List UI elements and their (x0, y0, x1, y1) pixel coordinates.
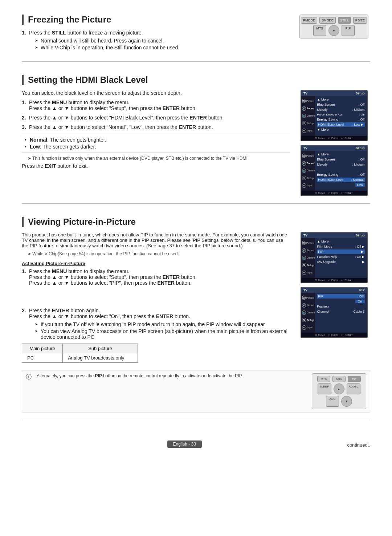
hdmi-text: You can select the black level on the sc… (22, 90, 290, 196)
hdmi-step-2: Press the ▲ or ▼ buttons to select "HDMI… (22, 115, 290, 121)
tv-header-1: TV Setup (301, 91, 367, 96)
footer-badge: English - 30 (167, 440, 202, 448)
freezing-steps: Press the STILL button to freeze a movin… (22, 30, 290, 50)
section-pip: Viewing Picture-in-Picture This product … (22, 217, 370, 420)
tv-row-bluescreen: Blue Screen: Off (317, 102, 365, 107)
remote2-image: MTS SRS PIP SLEEP ▲ ADDEL ADU ▼ (312, 373, 366, 409)
mts-btn: MTS (313, 25, 326, 36)
tv-title-right-1: Setup (355, 92, 364, 95)
pip-step-1: Press the MENU button to display the men… (22, 268, 290, 286)
setup-icon-4: ⚙ (302, 318, 306, 322)
tv-title-left-3: TV (303, 234, 308, 237)
picture-icon-3: 🖼 (302, 241, 306, 245)
tv-row4-spacer2 (317, 320, 365, 324)
tv-row-hdmi1: HDMI Black Level: Low ▶ (317, 122, 365, 127)
tv-nav-sound-3: 🔊 Sound (302, 248, 314, 253)
pip-subsection-title: Activating Picture-in-Picture (22, 261, 290, 266)
section-hdmi: Setting the HDMI Black Level You can sel… (22, 75, 370, 204)
tv-content-3: ▲ More Film Mode: Off ▶ PIP▶ Function He… (315, 238, 367, 278)
remote2-mid: SLEEP ▲ ADDEL (318, 383, 360, 394)
pip-table: Main picture Sub picture PC Analog TV br… (22, 344, 138, 363)
tv-title-right-3: Setup (355, 234, 364, 237)
picture-icon-2: 🖼 (302, 154, 306, 158)
nav-circle: ▼ (328, 25, 339, 36)
remote-bottom-row: MTS ▼ PIP (313, 25, 355, 36)
nav-up: ▲ (334, 383, 344, 394)
tv-content-4: PIP: Off On Position Channel: Cable 3 (315, 293, 367, 333)
pip-step-2: Press the ENTER button again. Press the … (22, 308, 290, 340)
on-badge: On (355, 300, 365, 303)
freezing-title: Freezing the Picture (22, 15, 290, 25)
freezing-notes: Normal sound will still be heard. Press … (35, 38, 290, 50)
hdmi-steps: Press the MENU button to display the men… (22, 100, 290, 130)
tv-row-melody: Melody: Midium (317, 107, 365, 112)
pmode-btn: PMODE (301, 17, 317, 24)
adu-btn: ADU (326, 396, 339, 407)
tv-row2-melody: Melody: Midium (317, 162, 365, 167)
tv-title-right-4: PiP (359, 288, 365, 292)
tv-row4-position: Position (317, 304, 365, 309)
pip-text: This product has one built-in tuner, whi… (22, 232, 290, 366)
pip-note-1: If you turn the TV off while watching in… (35, 321, 290, 327)
pip-steps: Press the MENU button to display the men… (22, 268, 290, 340)
tv-footer-2: ⊕ Move ↵ Enter ↩ Return (301, 191, 367, 195)
tv-screen-pip-setup: TV Setup 🖼 Picture 🔊 Sound (301, 232, 368, 283)
pip-btn-remote: PIP (342, 25, 355, 36)
tv-row-decoder: Parcel Decoder Acc: Off (317, 113, 365, 117)
tv-nav-input-4: ↩ Input (302, 325, 314, 330)
remote-still-image: PMODE SMODE STILL PSIZE MTS ▼ PIP (299, 15, 368, 38)
tv-row3-more1: ▲ More (317, 239, 365, 244)
tv-nav-picture-4: 🖼 Picture (302, 296, 314, 300)
footnote-icon: ⓘ (26, 373, 33, 409)
channel-icon-2: 📺 (302, 168, 306, 173)
input-icon: ↩ (302, 129, 306, 133)
page-footer: English - 30 continued.. (22, 433, 370, 448)
picture-icon-4: 🖼 (302, 296, 306, 300)
tv-content-2: ▲ More Blue Screen: Off Melody: Midium E… (315, 151, 367, 191)
sleep-btn: SLEEP (318, 383, 331, 394)
tv-row4-spacer (317, 314, 365, 319)
tv-screen-pip-menu: TV PiP 🖼 Picture 🔊 Sound (301, 287, 368, 338)
sound-icon-4: 🔊 (302, 303, 306, 308)
nav-down: ▼ (341, 396, 352, 407)
tv-body-3: 🖼 Picture 🔊 Sound 📺 Channel ⚙ (301, 238, 367, 278)
tv-row2-energy: Energy Saving: Off (317, 172, 365, 177)
table-cell-pc: PC (22, 353, 63, 363)
tv-nav-channel-3: 📺 Channel (302, 256, 314, 260)
tv-body-1: 🖼 Picture 🔊 Sound 📺 Channel ⚙ (301, 96, 367, 136)
tv-title-left-4: TV (303, 288, 308, 292)
tv-screen-hdmi1: TV Setup 🖼 Picture 🔊 Sound (301, 90, 368, 141)
hdmi-function-note: ➤ This function is active only when the … (28, 156, 290, 161)
tv-row-more2: ▼ More (317, 127, 365, 132)
low-badge: Low (355, 183, 365, 187)
tv-row2-lowbadge: Low (317, 183, 365, 187)
tv-title-left-2: TV (303, 146, 308, 150)
tv-nav-picture-2: 🖼 Picture (302, 154, 314, 158)
input-icon-3: ↩ (302, 271, 306, 275)
tv-header-3: TV Setup (301, 233, 367, 238)
setup-icon-2: ⚙ (302, 176, 306, 180)
tv-nav-3: 🖼 Picture 🔊 Sound 📺 Channel ⚙ (301, 238, 315, 278)
tv-row2-more1: ▲ More (317, 152, 365, 157)
smode-btn: SMODE (319, 17, 336, 24)
tv-nav-sound-4: 🔊 Sound (302, 303, 314, 308)
tv-nav-4: 🖼 Picture 🔊 Sound 📺 Channel ⚙ (301, 293, 315, 333)
tv-nav-channel-4: 📺 Channel (302, 310, 314, 315)
continued-text: continued.. (347, 442, 370, 448)
pip-step2-notes: If you turn the TV off while watching in… (35, 321, 290, 340)
tv-title-left-1: TV (303, 92, 308, 95)
remote-top-row: PMODE SMODE STILL PSIZE (301, 17, 367, 24)
tv-footer-3: ⊕ Move ↵ Enter ↩ Return (301, 278, 367, 283)
sound-icon-2: 🔊 (302, 161, 306, 166)
remote2-nav: ADU ▼ (326, 396, 352, 407)
tv-row3-film: Film Mode: Off ▶ (317, 244, 365, 249)
tv-header-4: TV PiP (301, 288, 367, 293)
sound-icon-3: 🔊 (302, 248, 306, 253)
setup-icon: ⚙ (302, 121, 306, 125)
section-freezing: Freezing the Picture Press the STILL but… (22, 15, 370, 62)
footnote-text: Alternately, you can press the PIP butto… (37, 373, 242, 409)
tv-header-2: TV Setup (301, 146, 367, 151)
pip-screenshots: TV Setup 🖼 Picture 🔊 Sound (298, 232, 370, 366)
tv-row2-hdmi: HDMI Black Leve : Normal (317, 178, 365, 182)
tv-row3-spacer (317, 265, 365, 269)
